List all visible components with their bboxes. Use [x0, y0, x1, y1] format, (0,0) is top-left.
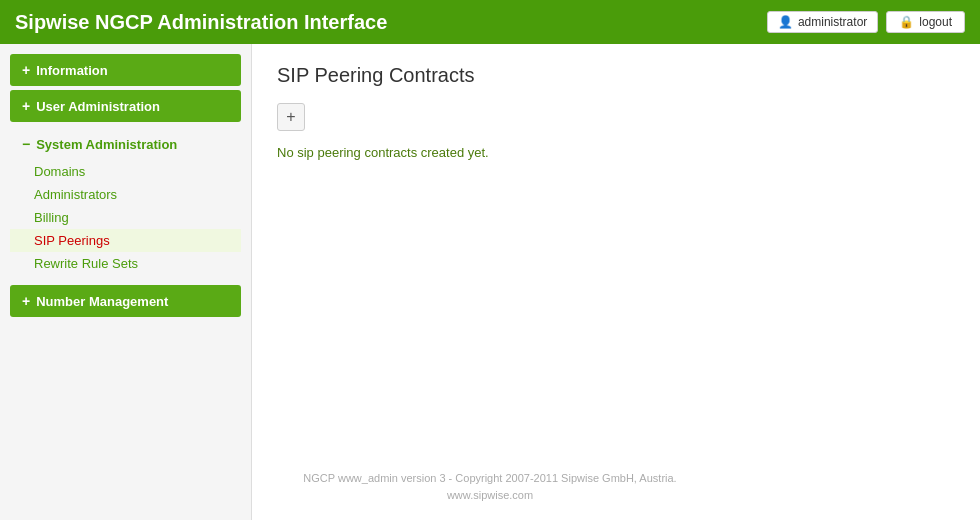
- sidebar-item-rewrite-rule-sets[interactable]: Rewrite Rule Sets: [10, 252, 241, 275]
- sidebar-item-billing[interactable]: Billing: [10, 206, 241, 229]
- plus-icon: +: [22, 98, 30, 114]
- sidebar-item-domains[interactable]: Domains: [10, 160, 241, 183]
- plus-icon: +: [22, 62, 30, 78]
- username-label: administrator: [798, 15, 867, 29]
- logout-label: logout: [919, 15, 952, 29]
- page-title: SIP Peering Contracts: [277, 64, 955, 87]
- header-right: 👤 administrator 🔒 logout: [767, 11, 965, 33]
- sidebar-item-information[interactable]: + Information: [10, 54, 241, 86]
- main-layout: + Information + User Administration − Sy…: [0, 44, 980, 520]
- sidebar: + Information + User Administration − Sy…: [0, 44, 252, 520]
- sidebar-item-system-administration[interactable]: − System Administration: [10, 130, 241, 158]
- sidebar-section-system-administration: − System Administration Domains Administ…: [10, 126, 241, 281]
- footer: NGCP www_admin version 3 - Copyright 200…: [0, 470, 980, 505]
- user-icon: 👤: [778, 15, 793, 29]
- header: Sipwise NGCP Administration Interface 👤 …: [0, 0, 980, 44]
- minus-icon: −: [22, 136, 30, 152]
- add-button[interactable]: +: [277, 103, 305, 131]
- sidebar-information-label: Information: [36, 63, 108, 78]
- sidebar-item-number-management[interactable]: + Number Management: [10, 285, 241, 317]
- sidebar-number-management-label: Number Management: [36, 294, 168, 309]
- footer-line2: www.sipwise.com: [0, 487, 980, 505]
- sidebar-item-administrators[interactable]: Administrators: [10, 183, 241, 206]
- content-area: SIP Peering Contracts + No sip peering c…: [252, 44, 980, 520]
- sidebar-item-sip-peerings[interactable]: SIP Peerings: [10, 229, 241, 252]
- plus-icon: +: [22, 293, 30, 309]
- lock-icon: 🔒: [899, 15, 914, 29]
- logout-button[interactable]: 🔒 logout: [886, 11, 965, 33]
- sidebar-item-user-administration[interactable]: + User Administration: [10, 90, 241, 122]
- user-display: 👤 administrator: [767, 11, 878, 33]
- sidebar-user-admin-label: User Administration: [36, 99, 160, 114]
- app-title: Sipwise NGCP Administration Interface: [15, 11, 387, 34]
- system-admin-items: Domains Administrators Billing SIP Peeri…: [10, 158, 241, 277]
- add-icon: +: [286, 108, 295, 126]
- empty-message: No sip peering contracts created yet.: [277, 145, 955, 160]
- footer-line1: NGCP www_admin version 3 - Copyright 200…: [0, 470, 980, 488]
- sidebar-system-admin-label: System Administration: [36, 137, 177, 152]
